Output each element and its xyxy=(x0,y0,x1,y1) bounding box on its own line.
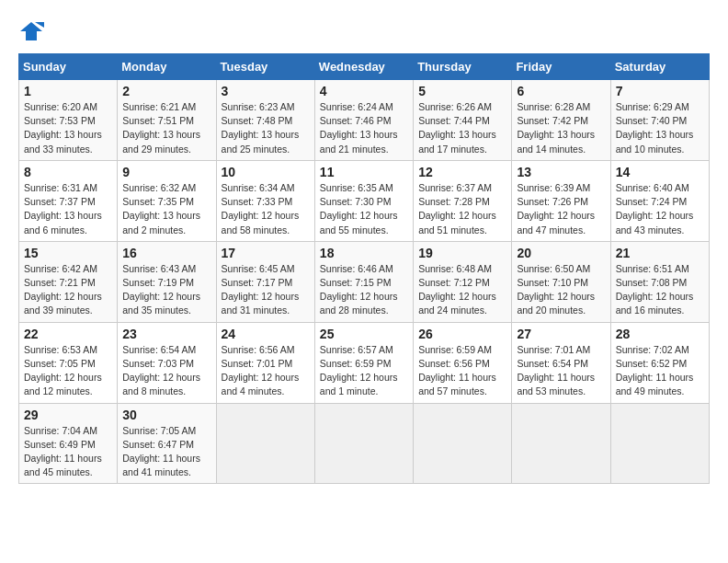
calendar-cell xyxy=(610,403,709,484)
column-header-sunday: Sunday xyxy=(19,54,118,80)
day-detail: Sunrise: 6:31 AMSunset: 7:37 PMDaylight:… xyxy=(24,181,112,237)
calendar-cell: 18Sunrise: 6:46 AMSunset: 7:15 PMDayligh… xyxy=(314,241,413,322)
calendar-cell: 28Sunrise: 7:02 AMSunset: 6:52 PMDayligh… xyxy=(610,322,709,403)
calendar-cell: 19Sunrise: 6:48 AMSunset: 7:12 PMDayligh… xyxy=(414,241,512,322)
day-detail: Sunrise: 6:53 AMSunset: 7:05 PMDaylight:… xyxy=(24,343,112,399)
day-number: 30 xyxy=(122,408,210,422)
day-detail: Sunrise: 6:23 AMSunset: 7:48 PMDaylight:… xyxy=(222,100,310,156)
day-number: 24 xyxy=(222,327,310,341)
day-detail: Sunrise: 6:54 AMSunset: 7:03 PMDaylight:… xyxy=(122,343,210,399)
calendar-cell: 24Sunrise: 6:56 AMSunset: 7:01 PMDayligh… xyxy=(216,322,314,403)
calendar-cell xyxy=(414,403,512,484)
day-number: 26 xyxy=(418,327,506,341)
day-detail: Sunrise: 7:02 AMSunset: 6:52 PMDaylight:… xyxy=(616,343,704,399)
calendar-week-row: 15Sunrise: 6:42 AMSunset: 7:21 PMDayligh… xyxy=(19,241,710,322)
column-header-saturday: Saturday xyxy=(610,54,709,80)
calendar-cell xyxy=(216,403,314,484)
day-detail: Sunrise: 6:26 AMSunset: 7:44 PMDaylight:… xyxy=(418,100,506,156)
day-number: 1 xyxy=(24,84,112,98)
day-detail: Sunrise: 6:37 AMSunset: 7:28 PMDaylight:… xyxy=(418,181,506,237)
calendar-cell: 6Sunrise: 6:28 AMSunset: 7:42 PMDaylight… xyxy=(512,80,610,161)
day-detail: Sunrise: 6:24 AMSunset: 7:46 PMDaylight:… xyxy=(320,100,408,156)
day-number: 21 xyxy=(616,246,704,260)
calendar-cell xyxy=(314,403,413,484)
day-number: 23 xyxy=(122,327,210,341)
day-detail: Sunrise: 6:48 AMSunset: 7:12 PMDaylight:… xyxy=(418,262,506,318)
column-header-wednesday: Wednesday xyxy=(314,54,413,80)
day-number: 25 xyxy=(320,327,408,341)
calendar-table: SundayMondayTuesdayWednesdayThursdayFrid… xyxy=(18,53,710,484)
day-detail: Sunrise: 6:56 AMSunset: 7:01 PMDaylight:… xyxy=(222,343,310,399)
calendar-week-row: 22Sunrise: 6:53 AMSunset: 7:05 PMDayligh… xyxy=(19,322,710,403)
day-detail: Sunrise: 6:57 AMSunset: 6:59 PMDaylight:… xyxy=(320,343,408,399)
calendar-cell: 2Sunrise: 6:21 AMSunset: 7:51 PMDaylight… xyxy=(118,80,216,161)
day-detail: Sunrise: 6:39 AMSunset: 7:26 PMDaylight:… xyxy=(517,181,605,237)
calendar-cell: 4Sunrise: 6:24 AMSunset: 7:46 PMDaylight… xyxy=(314,80,413,161)
day-number: 14 xyxy=(616,165,704,179)
day-detail: Sunrise: 7:04 AMSunset: 6:49 PMDaylight:… xyxy=(24,424,112,480)
calendar-cell: 3Sunrise: 6:23 AMSunset: 7:48 PMDaylight… xyxy=(216,80,314,161)
day-number: 15 xyxy=(24,246,112,260)
day-detail: Sunrise: 7:05 AMSunset: 6:47 PMDaylight:… xyxy=(122,424,210,480)
day-detail: Sunrise: 6:51 AMSunset: 7:08 PMDaylight:… xyxy=(616,262,704,318)
calendar-cell: 20Sunrise: 6:50 AMSunset: 7:10 PMDayligh… xyxy=(512,241,610,322)
day-number: 11 xyxy=(320,165,408,179)
column-header-thursday: Thursday xyxy=(414,54,512,80)
day-number: 9 xyxy=(122,165,210,179)
calendar-cell: 9Sunrise: 6:32 AMSunset: 7:35 PMDaylight… xyxy=(118,160,216,241)
page-header xyxy=(18,18,710,44)
logo xyxy=(18,18,48,44)
day-number: 13 xyxy=(517,165,605,179)
calendar-cell: 5Sunrise: 6:26 AMSunset: 7:44 PMDaylight… xyxy=(414,80,512,161)
day-number: 19 xyxy=(418,246,506,260)
day-number: 3 xyxy=(222,84,310,98)
calendar-cell xyxy=(512,403,610,484)
day-detail: Sunrise: 6:29 AMSunset: 7:40 PMDaylight:… xyxy=(616,100,704,156)
day-number: 16 xyxy=(122,246,210,260)
calendar-cell: 1Sunrise: 6:20 AMSunset: 7:53 PMDaylight… xyxy=(19,80,118,161)
day-number: 7 xyxy=(616,84,704,98)
day-detail: Sunrise: 6:45 AMSunset: 7:17 PMDaylight:… xyxy=(222,262,310,318)
calendar-cell: 27Sunrise: 7:01 AMSunset: 6:54 PMDayligh… xyxy=(512,322,610,403)
day-number: 2 xyxy=(122,84,210,98)
day-number: 8 xyxy=(24,165,112,179)
day-detail: Sunrise: 6:46 AMSunset: 7:15 PMDaylight:… xyxy=(320,262,408,318)
calendar-week-row: 8Sunrise: 6:31 AMSunset: 7:37 PMDaylight… xyxy=(19,160,710,241)
calendar-week-row: 1Sunrise: 6:20 AMSunset: 7:53 PMDaylight… xyxy=(19,80,710,161)
calendar-cell: 10Sunrise: 6:34 AMSunset: 7:33 PMDayligh… xyxy=(216,160,314,241)
day-detail: Sunrise: 6:34 AMSunset: 7:33 PMDaylight:… xyxy=(222,181,310,237)
calendar-cell: 12Sunrise: 6:37 AMSunset: 7:28 PMDayligh… xyxy=(414,160,512,241)
calendar-cell: 25Sunrise: 6:57 AMSunset: 6:59 PMDayligh… xyxy=(314,322,413,403)
calendar-header-row: SundayMondayTuesdayWednesdayThursdayFrid… xyxy=(19,54,710,80)
calendar-cell: 17Sunrise: 6:45 AMSunset: 7:17 PMDayligh… xyxy=(216,241,314,322)
calendar-week-row: 29Sunrise: 7:04 AMSunset: 6:49 PMDayligh… xyxy=(19,403,710,484)
svg-marker-0 xyxy=(20,22,42,40)
calendar-cell: 13Sunrise: 6:39 AMSunset: 7:26 PMDayligh… xyxy=(512,160,610,241)
day-detail: Sunrise: 7:01 AMSunset: 6:54 PMDaylight:… xyxy=(517,343,605,399)
day-detail: Sunrise: 6:28 AMSunset: 7:42 PMDaylight:… xyxy=(517,100,605,156)
day-number: 10 xyxy=(222,165,310,179)
logo-icon xyxy=(18,18,44,44)
day-number: 4 xyxy=(320,84,408,98)
calendar-cell: 21Sunrise: 6:51 AMSunset: 7:08 PMDayligh… xyxy=(610,241,709,322)
column-header-tuesday: Tuesday xyxy=(216,54,314,80)
calendar-cell: 15Sunrise: 6:42 AMSunset: 7:21 PMDayligh… xyxy=(19,241,118,322)
calendar-cell: 16Sunrise: 6:43 AMSunset: 7:19 PMDayligh… xyxy=(118,241,216,322)
day-number: 5 xyxy=(418,84,506,98)
column-header-monday: Monday xyxy=(118,54,216,80)
calendar-cell: 29Sunrise: 7:04 AMSunset: 6:49 PMDayligh… xyxy=(19,403,118,484)
day-detail: Sunrise: 6:32 AMSunset: 7:35 PMDaylight:… xyxy=(122,181,210,237)
day-detail: Sunrise: 6:35 AMSunset: 7:30 PMDaylight:… xyxy=(320,181,408,237)
day-number: 12 xyxy=(418,165,506,179)
day-detail: Sunrise: 6:20 AMSunset: 7:53 PMDaylight:… xyxy=(24,100,112,156)
day-number: 6 xyxy=(517,84,605,98)
day-number: 28 xyxy=(616,327,704,341)
calendar-cell: 26Sunrise: 6:59 AMSunset: 6:56 PMDayligh… xyxy=(414,322,512,403)
day-detail: Sunrise: 6:59 AMSunset: 6:56 PMDaylight:… xyxy=(418,343,506,399)
day-number: 20 xyxy=(517,246,605,260)
calendar-cell: 14Sunrise: 6:40 AMSunset: 7:24 PMDayligh… xyxy=(610,160,709,241)
day-number: 18 xyxy=(320,246,408,260)
column-header-friday: Friday xyxy=(512,54,610,80)
day-detail: Sunrise: 6:42 AMSunset: 7:21 PMDaylight:… xyxy=(24,262,112,318)
calendar-cell: 30Sunrise: 7:05 AMSunset: 6:47 PMDayligh… xyxy=(118,403,216,484)
